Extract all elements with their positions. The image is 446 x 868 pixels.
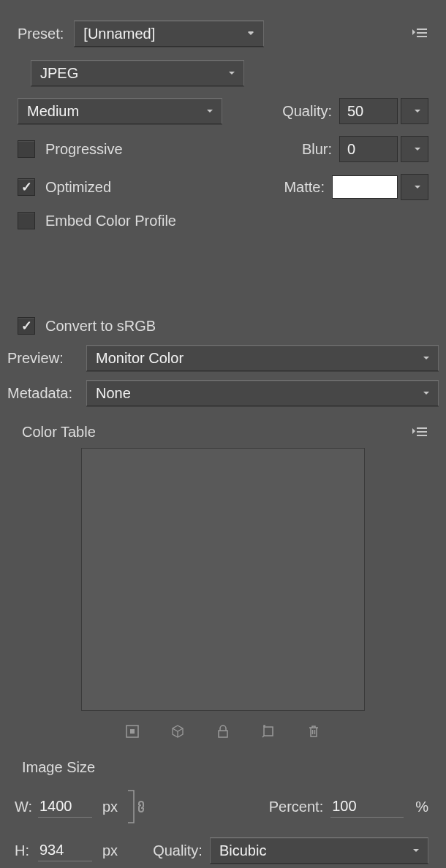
- svg-rect-4: [417, 431, 427, 433]
- convert-srgb-label: Convert to sRGB: [45, 318, 156, 335]
- svg-rect-2: [417, 36, 427, 37]
- blur-value: 0: [347, 141, 355, 158]
- preset-label: Preset:: [18, 26, 64, 42]
- format-value: JPEG: [40, 65, 78, 82]
- matte-label: Matte:: [284, 179, 325, 196]
- optimized-checkbox[interactable]: [18, 178, 35, 196]
- preview-label: Preview:: [7, 350, 80, 367]
- convert-srgb-checkbox[interactable]: [18, 317, 35, 335]
- embed-profile-checkbox[interactable]: [18, 212, 35, 229]
- chevron-down-icon: [413, 145, 422, 153]
- resample-quality-label: Quality:: [153, 842, 203, 859]
- quality-preset-value: Medium: [27, 103, 79, 120]
- embed-profile-label: Embed Color Profile: [45, 213, 176, 229]
- quality-preset-dropdown[interactable]: Medium: [18, 98, 222, 124]
- preview-value: Monitor Color: [96, 350, 184, 367]
- height-input[interactable]: [38, 840, 92, 861]
- chevron-down-icon: [422, 389, 431, 397]
- constrain-proportions-toggle[interactable]: [125, 786, 148, 827]
- svg-rect-7: [130, 729, 135, 734]
- colortable-menu-icon[interactable]: [411, 426, 428, 439]
- chevron-down-icon: [413, 107, 422, 115]
- svg-rect-0: [417, 28, 427, 30]
- width-input[interactable]: [38, 796, 92, 818]
- quality-value: 50: [347, 103, 363, 120]
- percent-label: Percent:: [269, 799, 323, 815]
- quality-input[interactable]: 50: [339, 98, 398, 124]
- svg-rect-3: [417, 427, 427, 429]
- chevron-down-icon: [413, 183, 422, 191]
- w-label: W:: [15, 799, 38, 815]
- image-size-title: Image Size: [22, 759, 95, 775]
- quality-stepper[interactable]: [401, 98, 428, 124]
- colortable-label: Color Table: [22, 424, 96, 441]
- preset-dropdown[interactable]: [Unnamed]: [74, 20, 264, 47]
- preview-dropdown[interactable]: Monitor Color: [86, 345, 439, 371]
- optimized-label: Optimized: [45, 179, 111, 196]
- percent-input[interactable]: [330, 796, 404, 818]
- chevron-down-icon: [422, 354, 431, 362]
- svg-rect-1: [417, 32, 427, 34]
- h-unit: px: [102, 842, 118, 859]
- trash-icon[interactable]: [303, 721, 324, 742]
- chevron-down-icon: [246, 28, 256, 39]
- metadata-value: None: [96, 385, 131, 402]
- metadata-label: Metadata:: [7, 385, 80, 402]
- matte-swatch[interactable]: [332, 175, 398, 199]
- resample-quality-dropdown[interactable]: Bicubic: [210, 837, 428, 864]
- metadata-dropdown[interactable]: None: [86, 380, 439, 406]
- svg-rect-5: [417, 435, 427, 436]
- chevron-down-icon: [412, 846, 420, 855]
- svg-rect-9: [264, 727, 273, 736]
- color-table-grid[interactable]: [81, 448, 365, 711]
- resample-quality-value: Bicubic: [219, 842, 266, 859]
- preset-value: [Unnamed]: [83, 26, 155, 42]
- lock-icon[interactable]: [213, 721, 233, 742]
- new-swatch-icon[interactable]: [258, 721, 279, 742]
- chevron-down-icon: [227, 69, 236, 77]
- progressive-checkbox[interactable]: [18, 140, 35, 158]
- h-label: H:: [15, 842, 38, 859]
- blur-input[interactable]: 0: [339, 136, 398, 162]
- chevron-down-icon: [205, 107, 214, 115]
- svg-rect-8: [219, 731, 227, 737]
- cube-icon[interactable]: [167, 721, 188, 742]
- blur-label: Blur:: [302, 141, 332, 158]
- matte-dropdown[interactable]: [401, 174, 428, 200]
- blur-stepper[interactable]: [401, 136, 428, 162]
- quality-label: Quality:: [282, 103, 332, 120]
- format-dropdown[interactable]: JPEG: [31, 60, 244, 86]
- panel-menu-icon[interactable]: [411, 27, 428, 40]
- w-unit: px: [102, 799, 118, 815]
- progressive-label: Progressive: [45, 141, 123, 158]
- percent-unit: %: [415, 799, 428, 815]
- snap-to-web-icon[interactable]: [122, 721, 143, 742]
